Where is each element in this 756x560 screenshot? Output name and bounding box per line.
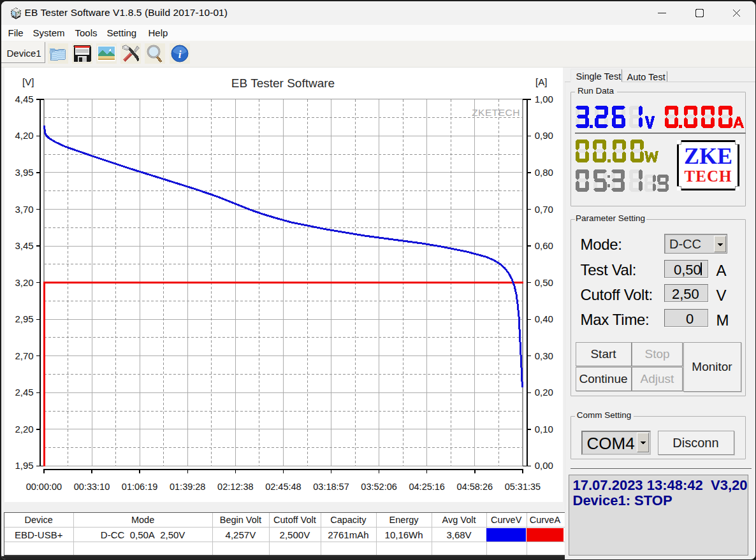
svg-text:1,00: 1,00 <box>534 93 553 104</box>
svg-text:3,45: 3,45 <box>15 240 33 251</box>
svg-text:0,60: 0,60 <box>534 240 553 251</box>
svg-text:4,45: 4,45 <box>15 93 33 104</box>
svg-text:2,95: 2,95 <box>15 313 33 324</box>
svg-text:0,80: 0,80 <box>534 166 553 177</box>
svg-text:01:06:19: 01:06:19 <box>121 482 157 492</box>
svg-text:2,45: 2,45 <box>15 387 33 398</box>
svg-text:4,20: 4,20 <box>15 130 33 141</box>
svg-text:0,10: 0,10 <box>534 423 553 434</box>
svg-text:03:18:57: 03:18:57 <box>313 482 349 492</box>
svg-text:1,95: 1,95 <box>15 460 33 471</box>
svg-text:0,90: 0,90 <box>534 130 553 141</box>
svg-text:0,70: 0,70 <box>534 203 553 214</box>
svg-text:02:45:48: 02:45:48 <box>265 482 301 492</box>
svg-text:2,70: 2,70 <box>15 350 33 361</box>
svg-text:05:31:35: 05:31:35 <box>504 482 540 492</box>
svg-text:2,20: 2,20 <box>15 423 33 434</box>
svg-text:02:12:38: 02:12:38 <box>217 482 253 492</box>
svg-text:3,70: 3,70 <box>15 203 33 214</box>
svg-text:3,95: 3,95 <box>15 166 33 177</box>
svg-text:[A]: [A] <box>535 76 547 87</box>
svg-text:00:00:00: 00:00:00 <box>25 482 61 492</box>
svg-text:3,20: 3,20 <box>15 276 33 287</box>
svg-text:04:25:16: 04:25:16 <box>409 482 444 492</box>
svg-text:i: i <box>178 48 181 61</box>
svg-text:0,40: 0,40 <box>534 313 553 324</box>
svg-text:ZKETECH: ZKETECH <box>472 107 520 118</box>
svg-text:0,20: 0,20 <box>534 387 553 398</box>
svg-text:0,00: 0,00 <box>534 460 553 471</box>
svg-text:0,50: 0,50 <box>534 276 553 287</box>
svg-text:00:33:10: 00:33:10 <box>73 482 109 492</box>
svg-text:01:39:28: 01:39:28 <box>169 482 205 492</box>
svg-text:03:52:06: 03:52:06 <box>361 482 396 492</box>
svg-text:04:58:26: 04:58:26 <box>456 482 492 492</box>
svg-text:0,30: 0,30 <box>534 350 553 361</box>
svg-text:EB Tester Software: EB Tester Software <box>231 76 334 90</box>
svg-text:[V]: [V] <box>22 76 34 87</box>
